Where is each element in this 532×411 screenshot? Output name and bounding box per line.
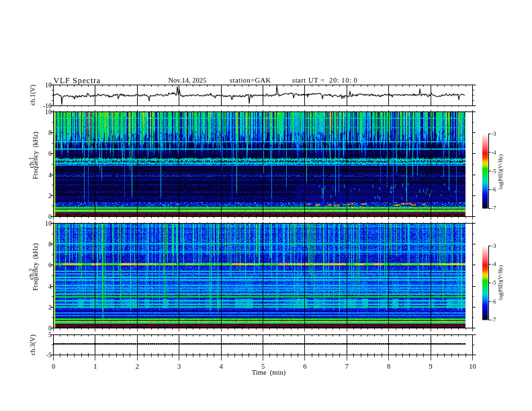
svg-text:4: 4 [219,363,223,370]
svg-text:6: 6 [48,150,52,157]
svg-text:7: 7 [345,363,349,370]
svg-text:10: 10 [45,220,52,227]
svg-text:-7: -7 [492,205,496,212]
svg-text:log(PSD)(V²/Hz): log(PSD)(V²/Hz) [498,265,504,300]
svg-text:-5: -5 [492,279,496,286]
svg-text:8: 8 [48,129,52,136]
svg-text:6: 6 [303,363,306,370]
svg-text:0: 0 [52,363,55,370]
svg-text:Frequency (kHz): Frequency (kHz) [32,243,40,291]
svg-text:10: 10 [469,363,476,370]
svg-text:2: 2 [136,363,139,370]
svg-text:9: 9 [429,363,432,370]
svg-text:-4: -4 [492,149,497,156]
svg-text:6: 6 [48,261,52,269]
svg-text:start UT = 20: 10: 0: start UT = 20: 10: 0 [292,77,357,84]
svg-text:-6: -6 [492,298,496,305]
svg-text:10: 10 [45,81,52,89]
svg-text:-3: -3 [492,130,496,137]
svg-text:-7: -7 [492,316,496,323]
svg-text:station=GAK: station=GAK [230,77,271,84]
svg-text:Frequency (kHz): Frequency (kHz) [32,132,40,179]
svg-text:-4: -4 [492,261,497,267]
svg-text:-5: -5 [492,168,496,175]
svg-text:log(PSD)(V²/Hz): log(PSD)(V²/Hz) [498,154,504,189]
svg-text:Time (min): Time (min) [252,369,286,377]
svg-text:ch.1(V): ch.1(V) [29,85,37,105]
svg-text:5: 5 [48,331,52,338]
svg-text:8: 8 [387,363,390,370]
svg-text:ch.3(V): ch.3(V) [29,334,37,355]
svg-text:4: 4 [48,283,52,290]
svg-text:-5: -5 [46,351,52,359]
svg-text:10: 10 [45,108,52,116]
svg-text:2: 2 [48,192,52,199]
svg-text:4: 4 [48,171,52,179]
svg-text:8: 8 [48,240,52,248]
svg-text:VLF Spectra: VLF Spectra [54,76,101,85]
svg-text:-6: -6 [492,186,496,193]
svg-text:3: 3 [177,363,181,370]
svg-text:2: 2 [48,304,52,311]
svg-text:-3: -3 [492,242,496,249]
svg-text:Nov.14, 2025: Nov.14, 2025 [169,77,207,84]
svg-text:1: 1 [93,363,97,370]
